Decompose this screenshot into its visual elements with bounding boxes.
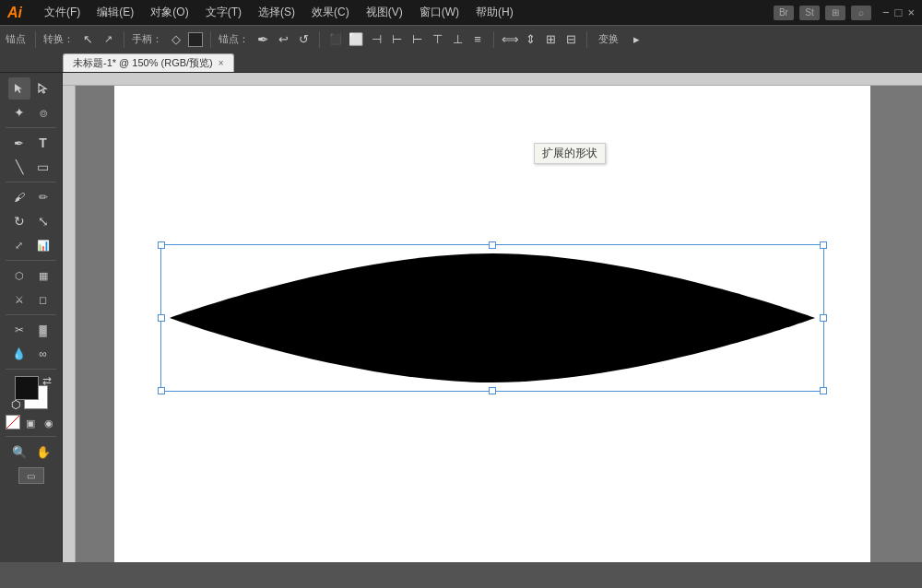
tool-pencil[interactable]: ✏ (32, 186, 54, 208)
foreground-color-swatch[interactable] (15, 376, 39, 400)
transform-btn-label[interactable]: 变换 (595, 30, 622, 48)
lens-shape-path (170, 253, 815, 382)
linear-grad-icon[interactable]: ▣ (22, 415, 39, 431)
canvas-area[interactable]: 扩展的形状 (63, 73, 922, 562)
tool-symbol-spray[interactable]: ⬡ (8, 265, 30, 287)
none-color-icon[interactable] (6, 415, 20, 429)
shape-container[interactable] (160, 244, 824, 392)
tooltip-text: 扩展的形状 (542, 147, 597, 159)
tool-rect[interactable]: ▭ (32, 156, 54, 178)
tool-type[interactable]: T (32, 132, 54, 154)
menu-view[interactable]: 视图(V) (359, 3, 410, 22)
tool-row-6: ↻ ⤡ (0, 209, 62, 233)
screen-mode-btn[interactable]: ▭ (18, 467, 44, 484)
tool-line[interactable]: ╲ (8, 156, 30, 178)
menu-effect[interactable]: 效果(C) (304, 3, 357, 22)
sidebar: ✦ ⌾ ✒ T ╲ ▭ 🖌 ✏ ↻ ⤡ ⤢ 📊 ⬡ ▦ ⚔ (0, 73, 63, 562)
anchor-icon2[interactable]: ↩ (275, 31, 291, 48)
close-icon[interactable]: × (907, 6, 915, 19)
align-icon1[interactable]: ⬛ (327, 31, 344, 48)
tool-row-5: 🖌 ✏ (0, 185, 62, 209)
tool-scale[interactable]: ⤡ (32, 210, 54, 232)
bridge-icon[interactable]: Br (774, 6, 794, 20)
menu-select[interactable]: 选择(S) (251, 3, 302, 22)
tool-slice[interactable]: ⚔ (8, 288, 30, 311)
menu-window[interactable]: 窗口(W) (412, 3, 467, 22)
tool-graph[interactable]: 📊 (32, 234, 54, 256)
tool-warp[interactable]: ⤢ (8, 234, 30, 256)
dist-v[interactable]: ⇕ (522, 31, 538, 48)
title-bar: Ai 文件(F) 编辑(E) 对象(O) 文字(T) 选择(S) 效果(C) 视… (0, 0, 922, 25)
color-area: ⬡ ⇄ (0, 372, 62, 413)
swap-colors-icon[interactable]: ⇄ (42, 374, 52, 387)
tool-paintbrush[interactable]: 🖌 (8, 186, 30, 208)
menu-object[interactable]: 对象(O) (143, 3, 195, 22)
menu-edit[interactable]: 编辑(E) (89, 3, 141, 22)
transform-arrow1[interactable]: ↖ (79, 31, 96, 48)
minimize-icon[interactable]: − (882, 6, 890, 19)
dist-icon4[interactable]: ⊟ (562, 31, 579, 48)
tool-row-3: ✒ T (0, 131, 62, 155)
tool-row-7: ⤢ 📊 (0, 233, 62, 257)
align-bottom[interactable]: ≡ (469, 31, 486, 48)
reset-colors-icon[interactable]: ⬡ (11, 398, 20, 411)
ai-logo: Ai (7, 5, 22, 21)
ruler-horizontal (63, 73, 922, 86)
tool-direct-select[interactable] (32, 77, 54, 100)
tool-scissors[interactable]: ✂ (8, 319, 30, 341)
maximize-icon[interactable]: □ (895, 6, 903, 19)
tool-row-11: 💧 ∞ (0, 342, 62, 366)
divider-5 (6, 369, 56, 370)
anchor-pen-icon[interactable]: ✒ (254, 31, 271, 48)
menu-bar: 文件(F) 编辑(E) 对象(O) 文字(T) 选择(S) 效果(C) 视图(V… (37, 3, 764, 22)
tool-eraser[interactable]: ◻ (32, 288, 54, 311)
align-top[interactable]: ⊤ (429, 31, 445, 48)
tool-column-graph[interactable]: ▦ (32, 265, 54, 287)
tool-row-10: ✂ ▓ (0, 318, 62, 342)
ruler-vertical (63, 86, 76, 562)
tool-zoom[interactable]: 🔍 (8, 441, 30, 463)
grid-icon[interactable]: ⊞ (825, 6, 845, 20)
search-icon[interactable]: ⌕ (851, 6, 871, 20)
menu-type[interactable]: 文字(T) (198, 3, 249, 22)
tool-magic-wand[interactable]: ✦ (8, 101, 30, 123)
tool-gradient[interactable]: ▓ (32, 319, 54, 341)
align-icon2[interactable]: ⬜ (348, 31, 364, 48)
tool-pen[interactable]: ✒ (8, 132, 30, 154)
transform-label: 转换： (43, 32, 74, 46)
transform-expand-icon[interactable]: ▸ (628, 31, 644, 48)
artboard: 扩展的形状 (114, 73, 870, 562)
title-icons: Br St ⊞ ⌕ − □ × (774, 6, 915, 20)
sep1 (35, 31, 36, 48)
divider-1 (6, 127, 56, 128)
radial-grad-icon[interactable]: ◉ (41, 415, 57, 431)
menu-file[interactable]: 文件(F) (37, 3, 88, 22)
shape-tooltip: 扩展的形状 (534, 143, 606, 164)
document-tab[interactable]: 未标题-1* @ 150% (RGB/预览) × (63, 53, 234, 72)
tab-title: 未标题-1* @ 150% (RGB/预览) (73, 56, 213, 70)
anchor2-label: 锚点： (219, 32, 249, 46)
sep5 (493, 31, 494, 48)
tool-rotate[interactable]: ↻ (8, 210, 30, 232)
tab-close-btn[interactable]: × (219, 58, 224, 68)
align-center-h[interactable]: ⊢ (388, 31, 405, 48)
anchor-icon3[interactable]: ↺ (295, 31, 312, 48)
tool-lasso[interactable]: ⌾ (32, 101, 54, 123)
stock-icon[interactable]: St (799, 6, 820, 20)
tool-blend[interactable]: ∞ (32, 343, 54, 365)
tool-arrow[interactable] (8, 77, 30, 100)
handle-color-btn[interactable] (188, 32, 203, 47)
menu-help[interactable]: 帮助(H) (468, 3, 521, 22)
handle-icon1[interactable]: ◇ (168, 31, 184, 48)
screen-mode: ▭ (0, 464, 62, 488)
align-left[interactable]: ⊣ (368, 31, 384, 48)
main-area: ✦ ⌾ ✒ T ╲ ▭ 🖌 ✏ ↻ ⤡ ⤢ 📊 ⬡ ▦ ⚔ (0, 73, 922, 562)
transform-arrow2[interactable]: ↗ (100, 31, 116, 48)
dist-h[interactable]: ⟺ (502, 31, 518, 48)
align-right[interactable]: ⊢ (408, 31, 425, 48)
tool-hand[interactable]: ✋ (32, 441, 54, 463)
tool-eyedropper[interactable]: 💧 (8, 343, 30, 365)
lens-shape-svg (160, 244, 824, 392)
align-center-v[interactable]: ⊥ (449, 31, 466, 48)
dist-icon3[interactable]: ⊞ (542, 31, 559, 48)
